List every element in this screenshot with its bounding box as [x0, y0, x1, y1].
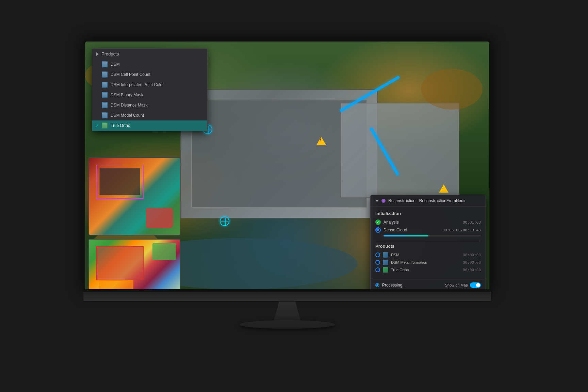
dsm-model-label: DSM Model Count	[111, 113, 144, 118]
dense-cloud-time: 00:06:00/00:13:43	[442, 228, 481, 232]
product-dsm: DSM 00:00:00	[375, 252, 481, 258]
dropdown-item-dsm-distance[interactable]: DSM Distance Mask	[92, 100, 207, 110]
monitor-stand-base	[240, 320, 335, 329]
analysis-status-check: ✓	[375, 219, 381, 225]
dsm-cell-label: DSM Cell Point Count	[111, 72, 150, 77]
collapse-arrow-icon	[96, 52, 99, 56]
products-dropdown: Products DSM DSM Cell Point Count DSM In…	[92, 48, 208, 131]
dsm-binary-label: DSM Binary Mask	[111, 93, 143, 97]
true-ortho-product-time: 00:00:00	[463, 268, 481, 272]
product-dsm-meta: DSM Metainformation 00:00:00	[375, 260, 481, 265]
scene: Products DSM DSM Cell Point Count DSM In…	[56, 29, 532, 363]
dense-cloud-status	[375, 227, 381, 233]
check-mark-icon: ✓	[96, 124, 99, 128]
true-ortho-label: True Ortho	[111, 123, 130, 128]
dsm-product-label: DSM	[391, 253, 460, 257]
thumbnail-ir	[88, 157, 180, 235]
dropdown-item-dsm-binary[interactable]: DSM Binary Mask	[92, 90, 207, 100]
processing-label: Processing...	[382, 283, 442, 288]
dense-cloud-progress-bar	[383, 235, 481, 236]
ir-patch-1	[146, 208, 173, 228]
recon-purple-dot	[381, 199, 386, 203]
class-building-2	[99, 280, 133, 291]
recon-arrow-icon	[375, 200, 379, 202]
dsm-meta-icon	[383, 260, 388, 265]
true-ortho-icon	[102, 122, 108, 129]
reconstruction-panel: Reconstruction - ReconstructionFromNadir…	[370, 195, 486, 291]
crosshair-2	[221, 218, 229, 226]
show-on-map-label: Show on Map	[445, 283, 468, 287]
true-ortho-product-label: True Ortho	[391, 268, 460, 272]
dropdown-item-dsm-cell[interactable]: DSM Cell Point Count	[92, 69, 207, 80]
recon-footer: Processing... Show on Map Initialization…	[371, 279, 486, 291]
dsm-interp-label: DSM Interpolated Point Color	[111, 82, 164, 87]
dropdown-item-dsm-interpolated[interactable]: DSM Interpolated Point Color	[92, 80, 207, 90]
dsm-interp-icon	[102, 82, 108, 88]
monitor-stand-neck	[274, 301, 301, 322]
monitor: Products DSM DSM Cell Point Count DSM In…	[83, 39, 491, 318]
thumbnail-classification	[88, 239, 180, 291]
crosshair-circle-2	[220, 216, 229, 226]
dense-cloud-row: Dense Cloud 00:06:00/00:13:43	[375, 227, 481, 233]
dropdown-item-dsm[interactable]: DSM	[92, 59, 207, 69]
analysis-time: 00:01:08	[463, 220, 481, 225]
true-ortho-product-icon	[383, 267, 388, 273]
analysis-row: ✓ Analysis 00:01:08	[375, 219, 481, 225]
monitor-screen: Products DSM DSM Cell Point Count DSM In…	[83, 39, 491, 291]
monitor-bezel	[83, 291, 491, 301]
dsm-product-icon	[383, 252, 388, 258]
thumb-building	[99, 168, 140, 195]
analysis-label: Analysis	[383, 220, 460, 225]
products-section-header[interactable]: Products	[92, 49, 207, 59]
dsm-binary-icon	[102, 92, 108, 98]
class-building-1	[96, 246, 144, 280]
dsm-distance-label: DSM Distance Mask	[111, 103, 148, 108]
show-on-map-toggle[interactable]	[470, 282, 481, 288]
dsm-distance-icon	[102, 102, 108, 108]
warning-triangle-1	[316, 137, 326, 145]
product-true-ortho: True Ortho 00:00:00	[375, 267, 481, 273]
dropdown-item-true-ortho[interactable]: ✓ True Ortho	[92, 120, 207, 131]
dsm-cell-icon	[102, 71, 108, 78]
divider-1	[375, 240, 481, 240]
dsm-icon	[102, 61, 108, 67]
recon-title: Reconstruction - ReconstructionFromNadir	[388, 198, 466, 203]
dsm-model-icon	[102, 112, 108, 118]
products-title: Products	[375, 244, 481, 249]
processing-row: Processing... Show on Map	[375, 282, 481, 288]
dropdown-item-dsm-model[interactable]: DSM Model Count	[92, 110, 207, 120]
dense-cloud-label: Dense Cloud	[383, 228, 440, 232]
recon-header: Reconstruction - ReconstructionFromNadir	[371, 195, 486, 207]
dsm-product-time: 00:00:00	[463, 253, 481, 257]
class-veg	[152, 243, 176, 260]
processing-status-icon	[375, 283, 379, 287]
dsm-clock-icon	[375, 252, 380, 257]
initialization-title: Initialization	[375, 211, 481, 216]
building-right	[340, 103, 459, 198]
dsm-meta-clock-icon	[375, 260, 380, 265]
dsm-label: DSM	[111, 62, 120, 67]
products-header-label: Products	[101, 51, 119, 56]
dense-cloud-progress-fill	[383, 235, 428, 236]
vegetation-2	[421, 69, 483, 110]
true-ortho-clock-icon	[375, 267, 380, 272]
dsm-meta-time: 00:00:00	[463, 260, 481, 265]
show-on-map: Show on Map	[445, 282, 481, 288]
dsm-meta-label: DSM Metainformation	[391, 260, 460, 264]
recon-body: Initialization ✓ Analysis 00:01:08 Dense…	[371, 207, 486, 279]
warning-triangle-2	[439, 184, 448, 193]
